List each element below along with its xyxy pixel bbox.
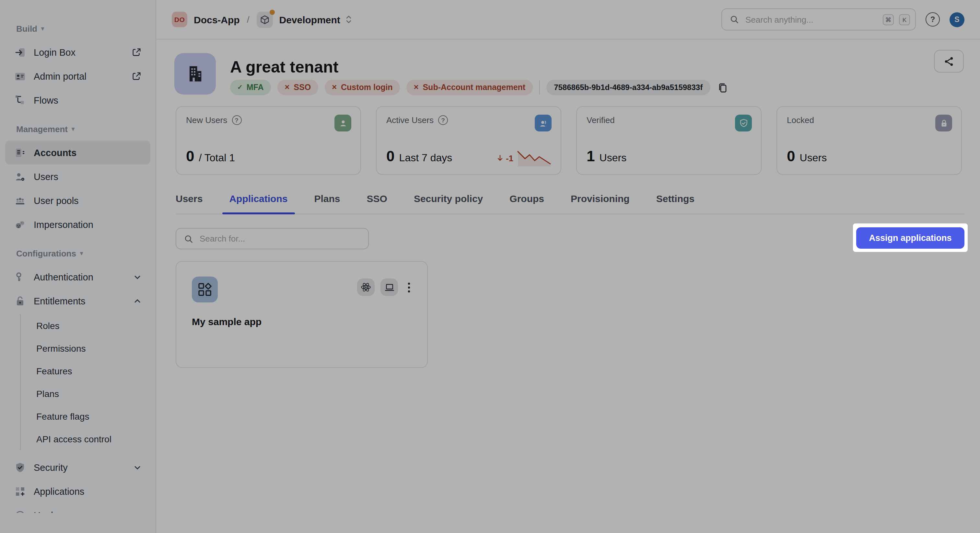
breadcrumb-environment[interactable]: Development [279,14,340,25]
help-circle-icon[interactable]: ? [232,115,242,125]
tab-settings[interactable]: Settings [656,193,695,214]
stat-card-verified: Verified 1Users [576,106,762,175]
badge-mfa: ✓MFA [230,80,271,95]
environment-switcher-icon[interactable] [345,14,352,25]
applications-search[interactable] [176,228,369,249]
cross-icon: ✕ [331,84,337,90]
admin-portal-icon [14,70,26,82]
stat-label: New Users [186,115,227,125]
external-link-icon [132,71,141,81]
k-keycap: K [899,14,910,25]
sidebar-item-label: User pools [34,195,79,206]
sidebar-item-label: Impersonation [34,219,93,230]
sidebar-item-features[interactable]: Features [21,359,156,382]
sidebar-item-label: Login Box [34,47,75,57]
sidebar-item-impersonation[interactable]: Impersonation [5,213,150,236]
sidebar-item-label: Entitlements [34,296,86,306]
section-management[interactable]: Management ▾ [16,124,156,134]
spotlight-highlight: Assign applications [853,224,968,252]
badge-sub-account: ✕Sub-Account management [406,80,533,95]
stat-card-new-users: New Users? 0/ Total 1 [176,106,361,175]
chevron-up-icon [134,297,141,305]
sidebar-item-permissions[interactable]: Permissions [21,337,156,359]
stat-label: Active Users [386,115,434,125]
help-circle-icon[interactable]: ? [438,115,448,125]
tab-users[interactable]: Users [176,193,202,214]
divider [539,80,539,95]
copy-icon[interactable] [717,82,729,93]
sidebar-item-authentication[interactable]: Authentication [5,265,150,289]
sidebar-item-label: Authentication [34,272,93,282]
sparkline [517,150,552,167]
stat-value: 0 [787,148,795,165]
global-search-input[interactable] [744,14,878,25]
sidebar-item-users[interactable]: Users [5,165,150,189]
lock-icon [14,295,26,307]
sidebar-item-feature-flags[interactable]: Feature flags [21,405,156,427]
sidebar-item-accounts[interactable]: Accounts [5,141,150,165]
flows-icon [14,94,26,106]
global-search[interactable]: ⌘ K [721,8,916,30]
tab-security-policy[interactable]: Security policy [414,193,483,214]
stat-label: Locked [787,115,814,125]
cube-icon [259,14,269,24]
impersonation-icon [14,219,26,230]
cross-icon: ✕ [414,84,419,90]
entitlements-subnav: Roles Permissions Features Plans Feature… [20,314,156,450]
sidebar-item-admin-portal[interactable]: Admin portal [5,64,150,88]
sidebar-item-label: Hooks [34,510,60,513]
sidebar-item-hooks[interactable]: Hooks [5,503,150,513]
cross-icon: ✕ [285,84,290,90]
page-title: A great tenant [230,58,338,76]
application-icon [192,276,218,303]
stat-label: Verified [587,115,615,125]
sidebar-item-entitlements[interactable]: Entitlements [5,289,150,313]
sidebar-item-api-access-control[interactable]: API access control [21,427,156,450]
application-card[interactable]: My sample app [176,261,428,368]
users-icon [14,171,26,182]
stat-cards: New Users? 0/ Total 1 Active Users? 0Las… [176,106,962,175]
stat-card-active-users: Active Users? 0Last 7 days -1 [376,106,561,175]
environment-chip[interactable] [256,11,272,27]
cmd-keycap: ⌘ [883,14,894,25]
sidebar-item-flows[interactable]: Flows [5,88,150,112]
web-platform-icon[interactable] [380,279,398,296]
sidebar-item-user-pools[interactable]: User pools [5,189,150,213]
applications-search-input[interactable] [198,233,360,244]
badge-label: SSO [294,83,311,92]
sidebar-item-applications[interactable]: Applications [5,479,150,503]
sidebar-item-security[interactable]: Security [5,455,150,479]
tab-sso[interactable]: SSO [367,193,387,214]
react-framework-icon[interactable] [357,279,375,296]
tenant-tabs: Users Applications Plans SSO Security po… [176,193,964,214]
badge-label: Custom login [341,83,393,92]
help-icon[interactable]: ? [926,12,940,27]
trend-value: -1 [506,153,513,163]
tenant-avatar [174,53,216,95]
sidebar-item-plans[interactable]: Plans [21,382,156,405]
assign-applications-button[interactable]: Assign applications [856,227,964,248]
sidebar-item-login-box[interactable]: Login Box [5,40,150,64]
share-button[interactable] [934,50,964,73]
breadcrumb-app-name[interactable]: Docs-App [194,14,240,25]
section-build[interactable]: Build ▾ [16,23,156,34]
tab-provisioning[interactable]: Provisioning [571,193,630,214]
section-configurations-label: Configurations [16,248,76,258]
sidebar-item-label: Accounts [34,148,76,158]
lock-icon [935,115,952,132]
chevron-down-icon [134,463,141,471]
main-content: A great tenant ✓MFA ✕SSO ✕Custom login ✕… [156,40,980,533]
user-avatar[interactable]: S [950,12,964,27]
sidebar-item-roles[interactable]: Roles [21,314,156,337]
tab-applications[interactable]: Applications [229,193,288,214]
section-management-label: Management [16,124,68,134]
application-card-controls [357,279,414,296]
tab-plans[interactable]: Plans [314,193,340,214]
sidebar-item-label: Admin portal [34,71,86,81]
sidebar-item-label: Flows [34,95,58,105]
tab-groups[interactable]: Groups [509,193,544,214]
kebab-menu-icon[interactable] [404,279,414,296]
search-icon [184,234,193,243]
section-configurations[interactable]: Configurations ▾ [16,248,156,259]
login-box-icon [14,46,26,58]
